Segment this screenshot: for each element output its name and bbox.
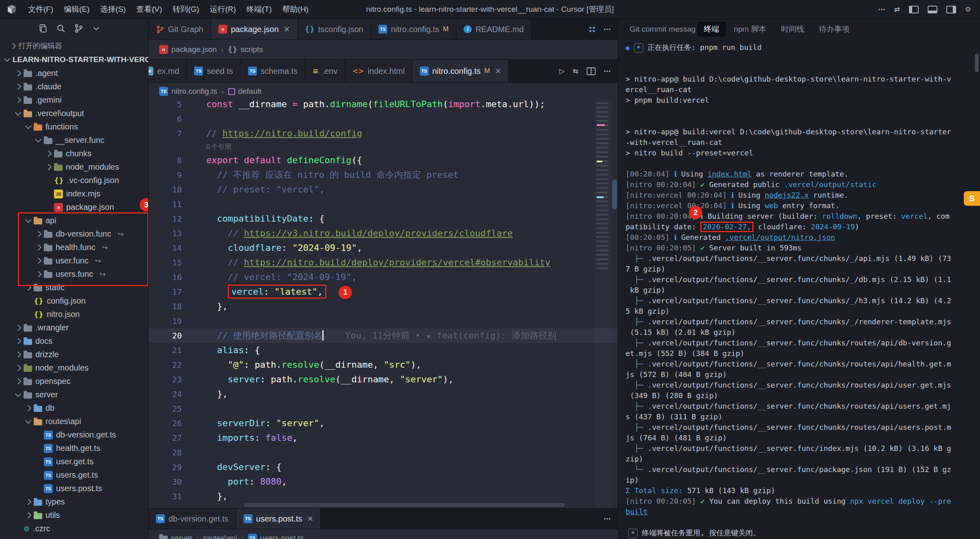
terminal-scrollbar[interactable] — [975, 54, 979, 72]
editor-vertical-scrollbar[interactable] — [612, 179, 617, 209]
tab-nitro.config.ts[interactable]: TSnitro.config.tsM — [371, 19, 456, 39]
tab-Git Graph[interactable]: Git Graph — [149, 19, 211, 39]
tree-item-functions[interactable]: functions — [0, 120, 148, 134]
panel-tab-Git commit messag[interactable]: Git commit messag — [623, 22, 696, 37]
menu-终端(T)[interactable]: 终端(T) — [241, 0, 277, 19]
cursor-tab-icon[interactable] — [589, 26, 596, 33]
tab-tsconfig.json[interactable]: {}tsconfig.json — [298, 19, 371, 39]
tree-item-package.json[interactable]: npackage.json — [0, 201, 148, 214]
project-root-section[interactable]: LEARN-NITRO-STARTER-WITH-VERCEL_... — [0, 53, 148, 67]
menu-帮助(H)[interactable]: 帮助(H) — [277, 0, 313, 19]
tab-README.md[interactable]: iREADME.md — [456, 19, 531, 39]
tree-item-.vercel\output[interactable]: .vercel\output — [0, 107, 148, 120]
more-icon[interactable]: ⋯ — [604, 67, 611, 75]
breadcrumb-item-nitro.config.ts[interactable]: TSnitro.config.ts — [159, 87, 217, 96]
run-icon[interactable]: ▷ — [559, 67, 565, 75]
tree-item-routes\api[interactable]: routes\api — [0, 415, 148, 428]
tab-nitro.config.ts[interactable]: TSnitro.config.tsM× — [412, 60, 509, 82]
code-editor[interactable]: 5const __dirname = path.dirname(fileURLT… — [149, 100, 618, 508]
split-arrows-icon[interactable]: ⇄ — [894, 5, 900, 13]
tree-item-users.post.ts[interactable]: TSusers.post.ts — [0, 482, 148, 495]
tree-item-openspec[interactable]: openspec — [0, 375, 148, 388]
editor-horizontal-scrollbar[interactable] — [244, 503, 565, 507]
tab-users.post.ts[interactable]: TSusers.post.ts× — [236, 509, 321, 529]
settings-gear-icon[interactable]: ⚙ — [965, 5, 971, 13]
panel-tab-待办事项[interactable]: 待办事项 — [812, 22, 856, 37]
menu-选择(S)[interactable]: 选择(S) — [95, 0, 131, 19]
panel-right-icon[interactable] — [946, 6, 956, 13]
tree-item-health.get.ts[interactable]: TShealth.get.ts — [0, 442, 148, 455]
copy-files-icon[interactable] — [38, 24, 48, 35]
breadcrumb-item-scripts[interactable]: {}scripts — [228, 45, 263, 54]
tree-item-drizzle[interactable]: drizzle — [0, 348, 148, 361]
tree-item-.wrangler[interactable]: .wrangler — [0, 321, 148, 334]
floating-extension-button[interactable]: S — [964, 191, 980, 206]
tree-item-db[interactable]: db — [0, 401, 148, 415]
tree-item-.czrc[interactable]: ⚙.czrc — [0, 522, 148, 535]
tree-item-docs[interactable]: docs — [0, 334, 148, 348]
more-horizontal-icon[interactable]: ⋯ — [879, 5, 885, 13]
panel-tab-终端[interactable]: 终端 — [697, 22, 726, 37]
tree-item-user.func[interactable]: user.func↪ — [0, 254, 148, 267]
file-tree: .agent.claude.gemini.vercel\outputfuncti… — [0, 67, 148, 535]
close-icon[interactable]: × — [495, 66, 501, 76]
tree-item-.agent[interactable]: .agent — [0, 67, 148, 80]
tree-item-server[interactable]: server — [0, 388, 148, 401]
breadcrumb-item-users.post.ts[interactable]: TSusers.post.ts — [248, 534, 304, 539]
panel-tab-时间线[interactable]: 时间线 — [775, 22, 811, 37]
tab-index.html[interactable]: <>index.html — [345, 60, 412, 82]
tab-seed.ts[interactable]: TSseed.ts — [187, 60, 240, 82]
more-icon[interactable]: ⋯ — [604, 515, 611, 523]
open-editors-section[interactable]: 打开的编辑器 — [0, 39, 148, 53]
minimap[interactable] — [594, 100, 612, 508]
menu-查看(V)[interactable]: 查看(V) — [131, 0, 167, 19]
tree-item-.vc-config.json[interactable]: {}.vc-config.json — [0, 174, 148, 187]
tree-item-users.get.ts[interactable]: TSusers.get.ts — [0, 468, 148, 482]
breadcrumb-item-package.json[interactable]: npackage.json — [159, 45, 217, 54]
menu-编辑(E)[interactable]: 编辑(E) — [58, 0, 95, 19]
compare-icon[interactable]: ⇆ — [573, 67, 579, 75]
menu-转到(G)[interactable]: 转到(G) — [167, 0, 204, 19]
tree-item-index.mjs[interactable]: JSindex.mjs — [0, 187, 148, 201]
breadcrumb-item-routes\api[interactable]: routes\api — [203, 534, 237, 539]
codelens-references[interactable]: 0 个引用 — [206, 143, 231, 150]
search-icon[interactable] — [56, 24, 66, 35]
tab-db-version.get.ts[interactable]: TSdb-version.get.ts — [149, 509, 236, 529]
tree-item-chunks[interactable]: chunks — [0, 147, 148, 160]
tree-item-node_modules[interactable]: node_modules — [0, 361, 148, 375]
chevron-down-icon[interactable] — [92, 24, 101, 34]
panel-tab-npm 脚本[interactable]: npm 脚本 — [727, 22, 773, 37]
terminal-output[interactable]: ●*正在执行任务: pnpm run build> nitro-app@ bui… — [618, 39, 980, 539]
close-icon[interactable]: × — [307, 514, 313, 524]
breadcrumb-item-default[interactable]: default — [228, 87, 261, 96]
tree-item-nitro.json[interactable]: {}nitro.json — [0, 308, 148, 321]
tree-item-.claude[interactable]: .claude — [0, 80, 148, 93]
more-icon[interactable]: ⋯ — [604, 25, 611, 33]
tab-schema.ts[interactable]: TSschema.ts — [241, 60, 305, 82]
panel-bottom-icon[interactable] — [928, 6, 937, 13]
tab-ex.md[interactable]: Mex.md — [149, 60, 187, 82]
tree-item-config.json[interactable]: {}config.json — [0, 294, 148, 308]
tree-item-health.func[interactable]: health.func↪ — [0, 241, 148, 254]
tree-item-__server.func[interactable]: __server.func — [0, 134, 148, 147]
breadcrumb-item-server[interactable]: server — [159, 534, 192, 539]
close-icon[interactable]: × — [284, 24, 290, 34]
tree-item-label: db-version.func — [56, 229, 111, 239]
tree-item-user.get.ts[interactable]: TSuser.get.ts — [0, 455, 148, 468]
menu-运行(R)[interactable]: 运行(R) — [205, 0, 241, 19]
panel-left-icon[interactable] — [909, 6, 919, 13]
tree-item-utils[interactable]: utils — [0, 509, 148, 522]
tab-.env[interactable]: ≡.env — [305, 60, 345, 82]
tree-item-db-version.get.ts[interactable]: TSdb-version.get.ts — [0, 428, 148, 442]
tree-item-api[interactable]: api — [0, 214, 148, 227]
source-control-icon[interactable] — [74, 24, 84, 35]
tab-package.json[interactable]: npackage.json× — [211, 19, 298, 39]
tree-item-static[interactable]: static — [0, 281, 148, 294]
split-editor-icon[interactable] — [587, 67, 596, 75]
menu-文件(F)[interactable]: 文件(F) — [23, 0, 58, 19]
tree-item-db-version.func[interactable]: db-version.func↪ — [0, 227, 148, 241]
tree-item-types[interactable]: types — [0, 495, 148, 509]
tree-item-users.func[interactable]: users.func↪ — [0, 267, 148, 281]
tree-item-node_modules[interactable]: node_modules — [0, 160, 148, 174]
tree-item-.gemini[interactable]: .gemini — [0, 93, 148, 107]
